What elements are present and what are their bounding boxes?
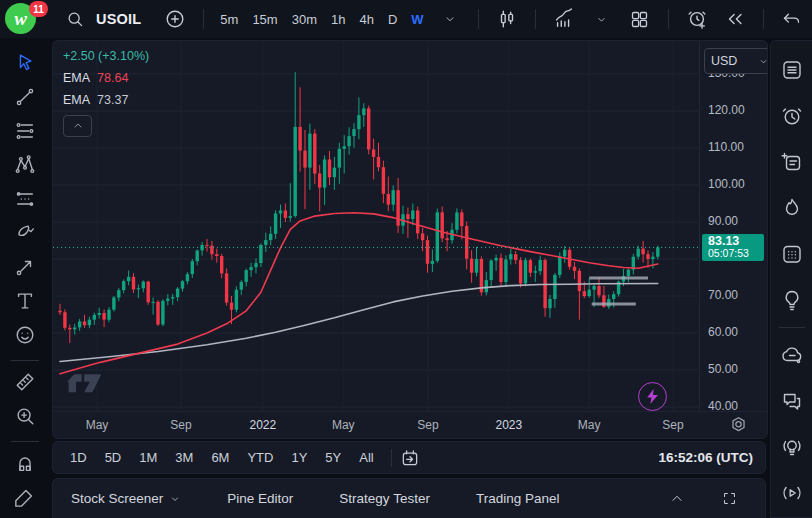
toolbar-separator bbox=[763, 9, 764, 29]
tool-xabcd-pattern[interactable] bbox=[10, 150, 40, 180]
notification-badge[interactable]: 11 bbox=[29, 1, 48, 17]
sidebar-watchlist-button[interactable] bbox=[777, 55, 807, 85]
range-all[interactable]: All bbox=[352, 447, 380, 468]
range-1y[interactable]: 1Y bbox=[284, 447, 314, 468]
range-3m[interactable]: 3M bbox=[168, 447, 200, 468]
server-clock[interactable]: 16:52:06 (UTC) bbox=[658, 450, 757, 465]
ruler-icon bbox=[14, 371, 36, 393]
streams-icon bbox=[780, 435, 804, 459]
rewind-icon bbox=[724, 8, 746, 30]
symbol-name[interactable]: USOIL bbox=[96, 11, 141, 27]
sidebar-alerts-button[interactable] bbox=[777, 101, 807, 131]
chevron-down-icon bbox=[169, 493, 181, 505]
bar-replay-button[interactable] bbox=[717, 5, 753, 33]
indicators-menu-button[interactable] bbox=[584, 5, 620, 33]
axis-settings-gear-icon[interactable] bbox=[730, 416, 747, 433]
time-axis[interactable]: MaySep2022MaySep2023MaySep bbox=[53, 411, 767, 438]
chart-pane[interactable]: +2.50 (+3.10%) EMA78.64 EMA73.37 130.001… bbox=[52, 40, 768, 439]
toolbar-separator bbox=[203, 9, 204, 29]
interval-buttons: 5m15m30m1h4hDW bbox=[213, 8, 430, 31]
currency-dropdown[interactable]: USD bbox=[704, 48, 768, 74]
indicator-value: 73.37 bbox=[97, 93, 128, 107]
interval-w[interactable]: W bbox=[405, 8, 429, 31]
tab-pine-editor[interactable]: Pine Editor bbox=[227, 491, 293, 506]
tool-text[interactable] bbox=[10, 286, 40, 316]
sidebar-broadcast-button[interactable] bbox=[777, 478, 807, 508]
layout-grid-button[interactable] bbox=[622, 5, 658, 33]
go-to-date-button[interactable] bbox=[400, 448, 420, 468]
tool-magnet[interactable] bbox=[10, 448, 40, 478]
range-ytd[interactable]: YTD bbox=[240, 447, 280, 468]
boost-lightning-button[interactable] bbox=[638, 382, 667, 411]
last-price-value: 83.13 bbox=[708, 235, 758, 248]
horizontal-lines-icon bbox=[14, 120, 36, 142]
price-tick-label: 90.00 bbox=[708, 214, 738, 228]
tool-arrow[interactable] bbox=[10, 252, 40, 282]
chart-style-button[interactable] bbox=[489, 5, 525, 33]
sidebar-chat-cloud-button[interactable] bbox=[777, 340, 807, 370]
interval-5m[interactable]: 5m bbox=[214, 8, 244, 31]
ema-slow-row[interactable]: EMA73.37 bbox=[63, 93, 149, 107]
symbol-search-button[interactable] bbox=[57, 5, 93, 33]
tab-strategy-tester[interactable]: Strategy Tester bbox=[339, 491, 430, 506]
watchlist-icon bbox=[780, 58, 804, 82]
magnet-icon bbox=[14, 452, 36, 474]
chat-cloud-icon bbox=[780, 343, 804, 367]
drawing-toolbar bbox=[0, 38, 50, 518]
xabcd-pattern-icon bbox=[14, 154, 36, 176]
create-alert-button[interactable] bbox=[679, 5, 715, 33]
tool-zoom-in[interactable] bbox=[10, 401, 40, 431]
tool-cursor[interactable] bbox=[10, 48, 40, 78]
tool-trend-line[interactable] bbox=[10, 82, 40, 112]
ema-fast-row[interactable]: EMA78.64 bbox=[63, 71, 149, 85]
indicator-label: EMA bbox=[63, 71, 90, 85]
panel-expand-button[interactable] bbox=[659, 485, 695, 513]
range-5d[interactable]: 5D bbox=[98, 447, 129, 468]
sidebar-hotlists-button[interactable] bbox=[777, 193, 807, 223]
price-tick-label: 70.00 bbox=[708, 288, 738, 302]
tool-emoji[interactable] bbox=[10, 320, 40, 350]
sidebar-streams-button[interactable] bbox=[777, 432, 807, 462]
sidebar-divider bbox=[779, 327, 805, 328]
sidebar-calendar-button[interactable] bbox=[777, 239, 807, 269]
time-tick-label: May bbox=[578, 418, 601, 432]
range-1m[interactable]: 1M bbox=[132, 447, 164, 468]
interval-1h[interactable]: 1h bbox=[325, 8, 351, 31]
plus-circle-icon bbox=[164, 8, 186, 30]
undo-button[interactable] bbox=[774, 5, 810, 33]
time-tick-label: 2022 bbox=[250, 418, 277, 432]
app-logo[interactable]: w 11 bbox=[0, 0, 56, 38]
tab-stock-screener[interactable]: Stock Screener bbox=[71, 491, 181, 506]
toolbar-separator bbox=[478, 9, 479, 29]
range-5y[interactable]: 5Y bbox=[318, 447, 348, 468]
interval-menu-button[interactable] bbox=[432, 5, 468, 33]
sidebar-notes-button[interactable] bbox=[777, 147, 807, 177]
maximize-corners-icon bbox=[721, 490, 738, 507]
last-price-badge[interactable]: 83.13 05:07:53 bbox=[702, 234, 764, 261]
indicators-button[interactable] bbox=[546, 5, 582, 33]
toolbar-separator bbox=[535, 9, 536, 29]
tool-horizontal-lines[interactable] bbox=[10, 116, 40, 146]
brush-icon bbox=[14, 222, 36, 244]
interval-d[interactable]: D bbox=[382, 8, 403, 31]
candlestick-chart[interactable] bbox=[53, 41, 698, 412]
tool-brush[interactable] bbox=[10, 218, 40, 248]
interval-4h[interactable]: 4h bbox=[353, 8, 379, 31]
tab-trading-panel[interactable]: Trading Panel bbox=[476, 491, 560, 506]
legend-collapse-button[interactable] bbox=[63, 115, 92, 137]
tool-ruler[interactable] bbox=[10, 367, 40, 397]
range-1d[interactable]: 1D bbox=[63, 447, 94, 468]
price-change-text[interactable]: +2.50 (+3.10%) bbox=[63, 49, 149, 63]
range-6m[interactable]: 6M bbox=[204, 447, 236, 468]
price-axis[interactable]: 130.00120.00110.00100.0090.0070.0060.005… bbox=[699, 41, 767, 412]
panel-maximize-button[interactable] bbox=[711, 485, 747, 513]
sidebar-ideas-button[interactable] bbox=[777, 285, 807, 315]
compare-add-symbol-button[interactable] bbox=[157, 5, 193, 33]
tool-fib-retracement[interactable] bbox=[10, 184, 40, 214]
sidebar-conversations-button[interactable] bbox=[777, 386, 807, 416]
interval-15m[interactable]: 15m bbox=[246, 8, 283, 31]
tool-edit[interactable] bbox=[10, 482, 40, 512]
candlestick-style-icon bbox=[496, 8, 518, 30]
interval-30m[interactable]: 30m bbox=[286, 8, 323, 31]
tradingview-watermark-icon bbox=[67, 374, 103, 396]
